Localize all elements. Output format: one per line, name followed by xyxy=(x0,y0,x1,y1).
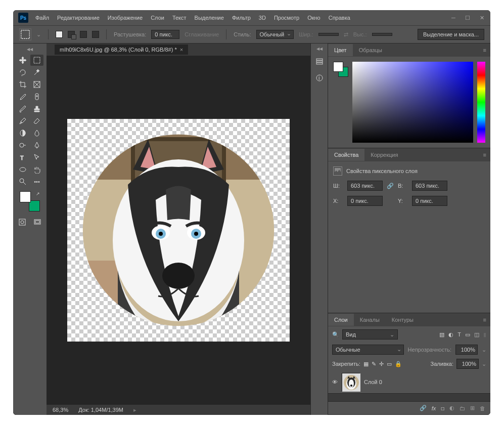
tab-properties[interactable]: Свойства xyxy=(328,149,364,161)
color-panel-menu-icon[interactable]: ≡ xyxy=(479,47,490,53)
history-brush-tool[interactable] xyxy=(16,115,29,126)
pen-tool[interactable] xyxy=(30,140,43,151)
menu-file[interactable]: Файл xyxy=(31,12,53,24)
lock-brush-icon[interactable]: ✎ xyxy=(372,361,376,367)
prop-w-input[interactable]: 603 пикс. xyxy=(347,181,383,191)
zoom-tool[interactable] xyxy=(16,176,29,187)
color-panel-swatches[interactable] xyxy=(333,62,348,77)
select-and-mask-button[interactable]: Выделение и маска... xyxy=(418,29,484,40)
brush-tool[interactable] xyxy=(16,103,29,114)
stamp-tool[interactable] xyxy=(30,103,43,114)
dodge-tool[interactable] xyxy=(16,140,29,151)
eraser-tool[interactable] xyxy=(30,115,43,126)
link-layers-icon[interactable]: 🔗 xyxy=(420,405,427,411)
document-close-icon[interactable]: × xyxy=(180,47,183,53)
info-panel-icon[interactable]: i xyxy=(314,72,325,83)
menu-edit[interactable]: Редактирование xyxy=(53,12,104,24)
status-arrow-icon[interactable]: ▸ xyxy=(133,407,136,413)
lasso-tool[interactable] xyxy=(16,67,29,78)
screenmode-tool[interactable] xyxy=(31,217,44,228)
crop-tool[interactable] xyxy=(16,79,29,90)
filter-adjust-icon[interactable]: ◐ xyxy=(448,331,453,338)
tab-layers[interactable]: Слои xyxy=(328,314,354,326)
foreground-color[interactable] xyxy=(20,191,31,202)
selection-subtract-icon[interactable] xyxy=(80,31,87,38)
selection-new-icon[interactable] xyxy=(56,31,63,38)
maximize-button[interactable]: ☐ xyxy=(464,14,471,21)
canvas-viewport[interactable] xyxy=(47,56,310,405)
feather-input[interactable]: 0 пикс. xyxy=(151,30,179,39)
blur-tool[interactable] xyxy=(30,128,43,139)
eyedropper-tool[interactable] xyxy=(16,91,29,102)
status-docsize[interactable]: Док: 1,04M/1,39M xyxy=(78,407,123,413)
selection-intersect-icon[interactable] xyxy=(92,31,99,38)
lock-all-icon[interactable]: 🔒 xyxy=(395,361,402,367)
menu-view[interactable]: Просмотр xyxy=(270,12,303,24)
color-swatches[interactable]: ↗ xyxy=(20,191,40,211)
menu-layers[interactable]: Слои xyxy=(147,12,168,24)
layer-name[interactable]: Слой 0 xyxy=(364,379,382,385)
fill-dropdown-icon[interactable]: ⌄ xyxy=(482,361,486,367)
history-panel-icon[interactable] xyxy=(314,56,325,67)
gradient-tool[interactable] xyxy=(16,128,29,139)
frame-tool[interactable] xyxy=(30,79,43,90)
layer-group-icon[interactable]: 🗀 xyxy=(460,405,465,411)
filter-text-icon[interactable]: T xyxy=(457,331,461,338)
filter-pixel-icon[interactable]: ▧ xyxy=(439,331,444,338)
marquee-tool[interactable] xyxy=(30,55,43,66)
tab-color[interactable]: Цвет xyxy=(328,44,353,56)
prop-x-input[interactable]: 0 пикс. xyxy=(347,196,383,206)
selection-add-icon[interactable] xyxy=(68,31,75,38)
color-field[interactable] xyxy=(352,62,473,143)
hue-slider[interactable] xyxy=(477,62,485,143)
adjustment-layer-icon[interactable]: ◐ xyxy=(449,405,454,411)
filter-smart-icon[interactable]: ◫ xyxy=(474,331,479,338)
new-layer-icon[interactable]: ⊞ xyxy=(470,405,475,411)
tool-dropdown-icon[interactable]: ⌄ xyxy=(36,31,41,38)
menu-text[interactable]: Текст xyxy=(168,12,191,24)
link-wh-icon[interactable]: 🔗 xyxy=(387,183,394,189)
tab-swatches[interactable]: Образцы xyxy=(353,44,388,56)
properties-panel-menu-icon[interactable]: ≡ xyxy=(479,152,490,158)
layer-visibility-icon[interactable]: 👁 xyxy=(332,379,338,385)
layer-thumbnail[interactable] xyxy=(342,373,360,391)
menu-window[interactable]: Окно xyxy=(303,12,325,24)
layer-filter-select[interactable]: Вид xyxy=(342,329,398,340)
lock-artboard-icon[interactable]: ▭ xyxy=(387,361,392,367)
tab-adjustments[interactable]: Коррекция xyxy=(364,149,404,161)
layer-item[interactable]: 👁 Слой 0 xyxy=(328,371,490,394)
move-tool[interactable] xyxy=(16,55,29,66)
canvas[interactable] xyxy=(67,119,290,342)
prop-h-input[interactable]: 603 пикс. xyxy=(412,181,447,191)
fill-input[interactable]: 100% xyxy=(456,359,479,369)
menu-image[interactable]: Изображение xyxy=(104,12,147,24)
layers-panel-menu-icon[interactable]: ≡ xyxy=(479,317,490,323)
style-select[interactable]: Обычный xyxy=(256,30,294,39)
lock-position-icon[interactable]: ✢ xyxy=(379,361,384,367)
menu-3d[interactable]: 3D xyxy=(255,12,270,24)
close-button[interactable]: ✕ xyxy=(478,14,485,21)
status-zoom[interactable]: 68,3% xyxy=(53,407,68,413)
tool-collapse-icon[interactable]: ◀◀ xyxy=(26,47,33,52)
shape-tool[interactable] xyxy=(16,164,29,175)
filter-toggle-icon[interactable]: ▮ xyxy=(483,331,486,338)
layer-mask-icon[interactable]: ◘ xyxy=(441,405,444,411)
menu-filter[interactable]: Фильтр xyxy=(228,12,255,24)
blend-mode-select[interactable]: Обычные xyxy=(332,345,404,355)
more-tools[interactable]: ••• xyxy=(30,176,43,187)
opacity-input[interactable]: 100% xyxy=(455,345,478,355)
filter-shape-icon[interactable]: ▭ xyxy=(465,331,470,338)
menu-select[interactable]: Выделение xyxy=(191,12,228,24)
delete-layer-icon[interactable]: 🗑 xyxy=(480,405,485,411)
tab-paths[interactable]: Контуры xyxy=(386,314,420,326)
quickmask-tool[interactable] xyxy=(16,217,29,228)
tab-channels[interactable]: Каналы xyxy=(354,314,386,326)
healing-tool[interactable] xyxy=(30,91,43,102)
swap-colors-icon[interactable]: ↗ xyxy=(36,191,40,196)
magic-wand-tool[interactable] xyxy=(30,67,43,78)
path-select-tool[interactable] xyxy=(30,152,43,163)
layer-fx-icon[interactable]: fx xyxy=(432,405,436,411)
minimize-button[interactable]: ─ xyxy=(450,14,457,21)
menu-help[interactable]: Справка xyxy=(325,12,354,24)
panel-foreground-color[interactable] xyxy=(333,62,343,72)
